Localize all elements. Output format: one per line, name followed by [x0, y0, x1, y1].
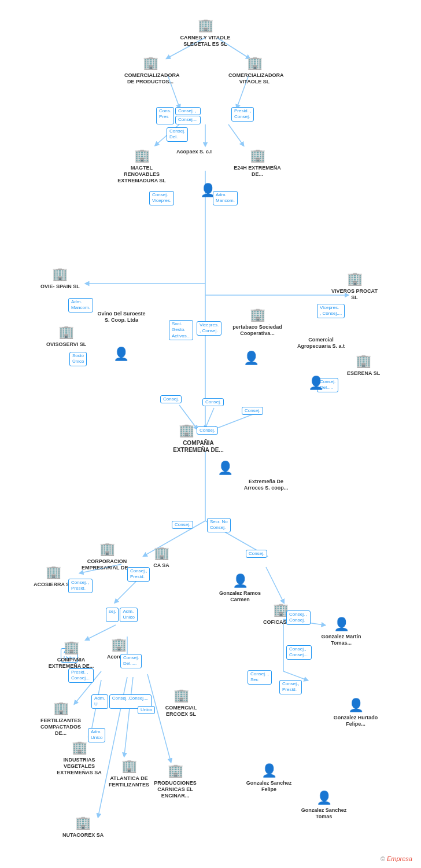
acosierra-label: ACOSIERRA SA — [34, 582, 73, 588]
gonzalez-sanchez-felipe-node: 👤 Gonzalez Sanchez Felipe — [243, 763, 295, 793]
comercial-agro-label: Comercial Agropecuaria S. a.t — [295, 337, 347, 350]
person-ovino: 👤 — [113, 346, 129, 362]
consej-vicepres-badge: Consej.Vicepres. — [149, 191, 174, 205]
consej-presid-acosierra: Consej. ,Presid. — [68, 579, 93, 593]
ovie-node: 🏢 OVIE- SPAIN SL — [40, 266, 80, 290]
gonzalez-sanchez-tomas-node: 👤 Gonzalez Sanchez Tomas — [298, 790, 350, 820]
consej-presid-ca: Consej.,Presid. — [127, 567, 150, 582]
e24h-icon: 🏢 — [249, 148, 265, 164]
fertilizantes-label: FERTILIZANTES COMPACTADOS DE... — [35, 718, 87, 736]
top-badges: Cons.Pres Consej. , Consej.... — [156, 107, 201, 124]
consej-del-badge: Consej.Del. — [167, 127, 188, 142]
acorex-icon: 🏢 — [111, 637, 127, 653]
svg-line-23 — [124, 677, 133, 755]
producciones-node: 🏢 PRODUCCIONES CARNICAS EL ENCINAR... — [149, 763, 201, 799]
eserena-node: 🏢 ESERENA SL — [347, 353, 380, 377]
corporacion-node: 🏢 CORPORACION EMPRESARIAL DE... — [81, 541, 133, 571]
fertilizantes-icon: 🏢 — [53, 700, 69, 716]
eserena-icon: 🏢 — [356, 353, 372, 369]
gonzalez-martin-node: 👤 Gonzalez Martin Tomas... — [315, 616, 367, 646]
gonzalez-hurtado-label: Gonzalez Hurtado Felipe... — [330, 715, 382, 727]
ovisoservi-node: 🏢 OVISOSERVI SL — [46, 324, 86, 348]
gonzalez-sanchez-tomas-label: Gonzalez Sanchez Tomas — [298, 807, 350, 820]
graph-canvas: 🏢 CARNES Y VITAOLE SLEGETAL ES SL 🏢 COME… — [0, 0, 421, 868]
viveros-node: 🏢 VIVEROS PROCAT SL — [328, 271, 381, 301]
presid-consej-badge: Presid. ,Consej. — [231, 107, 254, 122]
comercializadora-productos-label: COMERCIALIZADORA DE PRODUCTOS... — [124, 72, 176, 85]
gonzalez-sanchez-felipe-icon: 👤 — [261, 763, 277, 779]
comercializadora-vitaole-node: 🏢 COMERCIALIZADORA VITAOLE SL — [228, 55, 280, 85]
gonzalez-sanchez-tomas-icon: 👤 — [316, 790, 332, 806]
ovisoservi-icon: 🏢 — [58, 324, 75, 340]
presid-badge-group: Presid. ,Consej. — [231, 107, 254, 122]
cons-badge: Cons.Pres — [156, 107, 174, 124]
extremena-arroces-label: Extremeña De Arroces S. coop... — [240, 479, 292, 491]
compania-main-icon: 🏢 — [179, 422, 195, 439]
comercializadora-productos-node: 🏢 COMERCIALIZADORA DE PRODUCTOS... — [124, 55, 176, 85]
corporacion-icon: 🏢 — [99, 541, 115, 557]
comercial-ercoex-label: COMERCIAL ERCOEX SL — [155, 705, 207, 718]
ca-sa-icon: 🏢 — [153, 545, 169, 561]
comercial-ercoex-node: 🏢 COMERCIAL ERCOEX SL — [155, 687, 207, 718]
svg-line-17 — [266, 567, 283, 602]
consej-badge-center: Consej. — [202, 398, 224, 406]
comercializadora-productos-icon: 🏢 — [142, 55, 158, 71]
compania-main-node: 🏢 Consej. COMPAÑIA EXTREMEÑA DE... — [172, 422, 224, 454]
gonzalez-ramos-node: 👤 Gonzalez Ramos Carmen — [214, 573, 266, 603]
industrias-node: 🏢 INDUSTRIAS VEGETALES EXTREMEÑAS SA — [53, 740, 105, 775]
comercializadora-vitaole-icon: 🏢 — [246, 55, 263, 71]
ovie-icon: 🏢 — [52, 266, 68, 282]
adm-mancom-badge1: Adm.Mancom. — [213, 191, 238, 205]
compania-extremena-label: COMPAÑIA EXTREMEÑA DE... — [45, 657, 97, 670]
carnes-label: CARNES Y VITAOLE SLEGETAL ES SL — [179, 35, 231, 47]
compania-main-label: COMPAÑIA EXTREMEÑA DE... — [172, 440, 224, 454]
gonzalez-hurtado-icon: 👤 — [348, 697, 364, 713]
industrias-label: INDUSTRIAS VEGETALES EXTREMEÑAS SA — [53, 757, 105, 775]
socio-unico-badge: SocioÚnico — [69, 352, 87, 366]
vicepres-consej-center: Vicepres., Consej. — [197, 321, 221, 336]
gonzalez-ramos-label: Gonzalez Ramos Carmen — [214, 590, 266, 603]
magtel-node: 🏢 MAGTEL RENOVABLES EXTREMADURA SL — [116, 148, 168, 183]
acosierra-icon: 🏢 — [45, 564, 61, 580]
consej-lower-left: Consej. — [172, 521, 193, 529]
consej-right-badge: Consej. — [246, 550, 267, 558]
ca-sa-node: 🏢 CA SA — [153, 545, 169, 569]
extremena-arroces-node: Extremeña De Arroces S. coop... — [240, 477, 292, 491]
gonzalez-martin-label: Gonzalez Martin Tomas... — [315, 634, 367, 646]
pertabaco-icon: 🏢 — [249, 307, 265, 323]
e24h-node: 🏢 E24H EXTREMEÑA DE... — [231, 148, 283, 178]
compania-extremena-node: 🏢 COMPAÑIA EXTREMEÑA DE... — [45, 639, 97, 670]
secr-no-consej-badge: Secr. NoConsej. — [207, 518, 231, 532]
magtel-label: MAGTEL RENOVABLES EXTREMADURA SL — [116, 165, 168, 183]
acosierra-node: 🏢 ACOSIERRA SA — [34, 564, 73, 588]
soci-gesto-badges: Soci.Gesto.Activos... — [169, 320, 193, 340]
watermark: © Empresa — [381, 855, 412, 862]
ovino-node: Ovino Del Suroeste S. Coop. Ltda — [95, 310, 147, 323]
consej-badge-left: Consej. — [160, 395, 182, 403]
eserena-label: ESERENA SL — [347, 370, 380, 377]
carnes-node: 🏢 CARNES Y VITAOLE SLEGETAL ES SL — [179, 17, 231, 47]
acopaex-node: Acopaex S. c.I — [176, 148, 212, 155]
consej-main-badge: Consej. — [197, 426, 218, 435]
e24h-label: E24H EXTREMEÑA DE... — [231, 165, 283, 178]
watermark-brand: Empresa — [387, 855, 412, 862]
consej-presid-badge: Consej.,Presid. — [279, 680, 302, 694]
person-comercial-agro: 👤 — [308, 375, 324, 391]
magtel-icon: 🏢 — [134, 148, 150, 164]
person-pertabaco-icon: 👤 — [243, 350, 259, 366]
consej-del-acorex: Consej.Del..... — [120, 654, 142, 668]
consej-badge-right: Consej. — [242, 407, 263, 415]
ovino-label: Ovino Del Suroeste S. Coop. Ltda — [95, 311, 147, 323]
compania-extremena-icon: 🏢 — [63, 639, 79, 656]
producciones-icon: 🏢 — [167, 763, 183, 779]
consej-consej-coficasa: Consej. ,Consej. — [286, 610, 311, 625]
unico-badge: Unico — [138, 706, 155, 714]
fertilizantes-node: 🏢 FERTILIZANTES COMPACTADOS DE... — [35, 700, 87, 736]
corporacion-label: CORPORACION EMPRESARIAL DE... — [81, 558, 133, 571]
ovisoservi-label: OVISOSERVI SL — [46, 341, 86, 348]
nutacorex-node: 🏢 NUTACOREX SA — [62, 815, 104, 838]
gonzalez-ramos-icon: 👤 — [232, 573, 248, 589]
ca-sa-label: CA SA — [153, 562, 169, 569]
svg-line-28 — [283, 671, 306, 680]
gonzalez-martin-icon: 👤 — [333, 616, 349, 632]
